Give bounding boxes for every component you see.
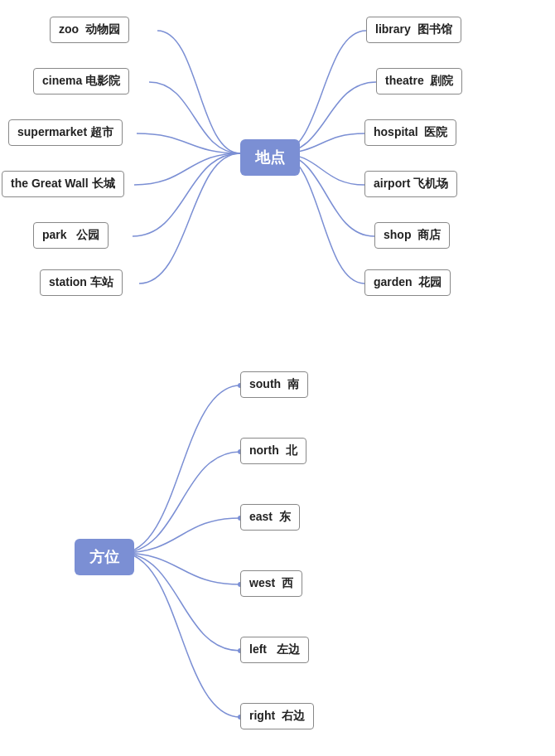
node-shop: shop 商店 bbox=[374, 222, 450, 249]
node-zoo: zoo 动物园 bbox=[50, 17, 129, 43]
node-garden: garden 花园 bbox=[364, 269, 451, 296]
node-right: right 右边 bbox=[240, 703, 314, 729]
node-supermarket: supermarket 超市 bbox=[8, 119, 123, 146]
center-node-directions: 方位 bbox=[75, 539, 134, 575]
node-west: west 西 bbox=[240, 570, 302, 597]
node-park: park 公园 bbox=[33, 222, 109, 249]
node-greatwall: the Great Wall 长城 bbox=[2, 171, 124, 197]
center-node-places: 地点 bbox=[240, 139, 300, 176]
node-cinema: cinema 电影院 bbox=[33, 68, 129, 94]
node-hospital: hospital 医院 bbox=[364, 119, 456, 146]
mind-map-places: 地点 zoo 动物园 cinema 电影院 supermarket 超市 the… bbox=[0, 0, 555, 332]
node-north: north 北 bbox=[240, 438, 306, 464]
node-station: station 车站 bbox=[40, 269, 123, 296]
node-east: east 东 bbox=[240, 504, 300, 531]
node-library: library 图书馆 bbox=[366, 17, 461, 43]
mind-map-directions: 方位 south 南 north 北 east 东 west 西 left 左边… bbox=[0, 340, 555, 756]
node-south: south 南 bbox=[240, 371, 308, 398]
node-airport: airport 飞机场 bbox=[364, 171, 457, 197]
node-left: left 左边 bbox=[240, 637, 309, 663]
node-theatre: theatre 剧院 bbox=[376, 68, 462, 94]
